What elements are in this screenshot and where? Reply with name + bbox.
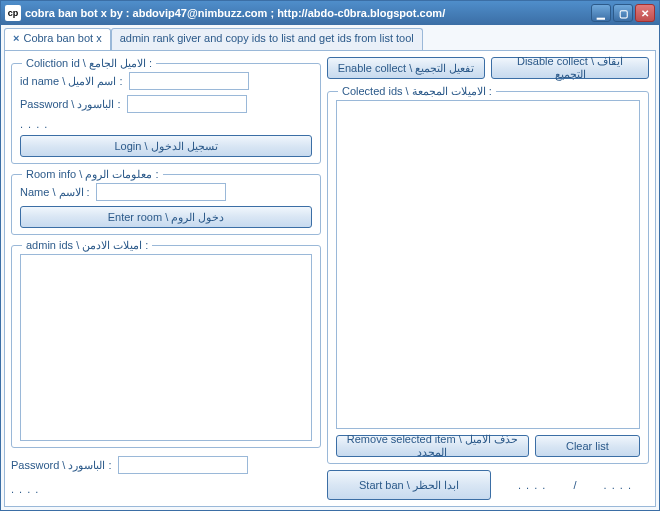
tab-admin-rank-giver[interactable]: admin rank giver and copy ids to list an… bbox=[111, 28, 423, 50]
titlebar: cp cobra ban bot x by : abdovip47@nimbuz… bbox=[1, 1, 659, 25]
status2-dots: . . . . bbox=[11, 483, 39, 495]
collected-ids-group: Colected ids \ الاميلات المجمعة : Remove… bbox=[327, 91, 649, 464]
tab-close-icon[interactable]: × bbox=[13, 32, 19, 44]
login-button[interactable]: Login \ تسجيل الدخول bbox=[20, 135, 312, 157]
maximize-button[interactable]: ▢ bbox=[613, 4, 633, 22]
id-name-input[interactable] bbox=[129, 72, 249, 90]
tab-page: Coliction id \ الاميل الجامع : id name \… bbox=[4, 50, 656, 507]
admin-ids-textarea[interactable] bbox=[20, 254, 312, 441]
password-input[interactable] bbox=[127, 95, 247, 113]
right-column: Enable collect \ تفعيل التجميع Disable c… bbox=[327, 57, 649, 500]
room-info-title: Room info \ معلومات الروم : bbox=[22, 168, 163, 181]
app-window: cp cobra ban bot x by : abdovip47@nimbuz… bbox=[0, 0, 660, 511]
password-label: Password \ الباسورد : bbox=[20, 98, 121, 111]
window-controls: ▁ ▢ ✕ bbox=[591, 4, 655, 22]
id-name-label: id name \ اسم الاميل : bbox=[20, 75, 123, 88]
tab-label: admin rank giver and copy ids to list an… bbox=[120, 32, 414, 44]
enter-room-button[interactable]: Enter room \ دخول الروم bbox=[20, 206, 312, 228]
admin-ids-title: admin ids \ اميلات الادمن : bbox=[22, 239, 152, 252]
collection-id-title: Coliction id \ الاميل الجامع : bbox=[22, 57, 156, 70]
close-button[interactable]: ✕ bbox=[635, 4, 655, 22]
app-icon: cp bbox=[5, 5, 21, 21]
ban-status-left: . . . . bbox=[501, 479, 564, 491]
enable-collect-button[interactable]: Enable collect \ تفعيل التجميع bbox=[327, 57, 485, 79]
window-title: cobra ban bot x by : abdovip47@nimbuzz.c… bbox=[25, 7, 591, 19]
client-area: ×Cobra ban bot x admin rank giver and co… bbox=[1, 25, 659, 510]
minimize-button[interactable]: ▁ bbox=[591, 4, 611, 22]
clear-list-button[interactable]: Clear list bbox=[535, 435, 640, 457]
password2-label: Password \ الباسورد : bbox=[11, 459, 112, 472]
collect-toggle-row: Enable collect \ تفعيل التجميع Disable c… bbox=[327, 57, 649, 79]
tab-label: Cobra ban bot x bbox=[23, 32, 101, 44]
collection-id-group: Coliction id \ الاميل الجامع : id name \… bbox=[11, 63, 321, 164]
list-actions-row: Remove selected item \ حذف الاميل المحدد… bbox=[336, 435, 640, 457]
ban-status-right: . . . . bbox=[586, 479, 649, 491]
disable-collect-button[interactable]: Disable collect \ ايقاف التجميع bbox=[491, 57, 649, 79]
collected-ids-listbox[interactable] bbox=[336, 100, 640, 429]
password2-input[interactable] bbox=[118, 456, 248, 474]
room-name-label: Name \ الاسم : bbox=[20, 186, 90, 199]
room-name-input[interactable] bbox=[96, 183, 226, 201]
start-ban-button[interactable]: Start ban \ ابدا الحظر bbox=[327, 470, 491, 500]
minimize-icon: ▁ bbox=[597, 8, 605, 19]
room-info-group: Room info \ معلومات الروم : Name \ الاسم… bbox=[11, 174, 321, 235]
tab-strip: ×Cobra ban bot x admin rank giver and co… bbox=[4, 28, 656, 50]
close-icon: ✕ bbox=[641, 8, 649, 19]
start-ban-row: Start ban \ ابدا الحظر . . . . / . . . . bbox=[327, 470, 649, 500]
admin-ids-group: admin ids \ اميلات الادمن : bbox=[11, 245, 321, 448]
tab-cobra-ban-bot[interactable]: ×Cobra ban bot x bbox=[4, 28, 111, 50]
left-column: Coliction id \ الاميل الجامع : id name \… bbox=[11, 57, 321, 500]
maximize-icon: ▢ bbox=[619, 8, 628, 19]
collected-ids-title: Colected ids \ الاميلات المجمعة : bbox=[338, 85, 496, 98]
status-dots: . . . . bbox=[20, 118, 48, 130]
remove-selected-button[interactable]: Remove selected item \ حذف الاميل المحدد bbox=[336, 435, 529, 457]
ban-status-sep: / bbox=[573, 479, 576, 491]
